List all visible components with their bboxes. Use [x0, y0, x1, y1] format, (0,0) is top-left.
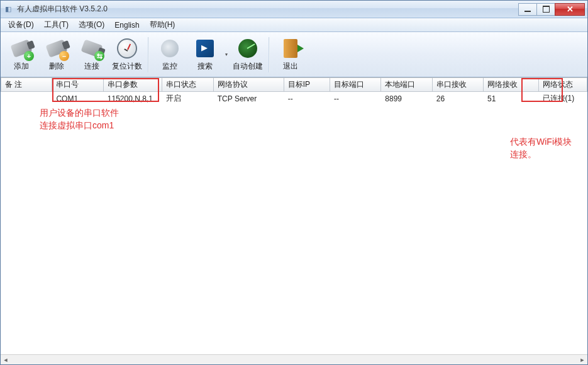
col-net-state[interactable]: 网络状态 — [538, 78, 587, 92]
menu-options[interactable]: 选项(O) — [74, 18, 109, 31]
cell-net-rx: 51 — [484, 92, 539, 106]
toolbar: + 添加 – 删除 ⇆ 连接 复位计数 监控 搜索 ▾ 自动创建 — [1, 32, 587, 77]
reset-counter-icon — [116, 37, 138, 60]
close-button[interactable] — [555, 3, 585, 16]
menu-help[interactable]: 帮助(H) — [145, 18, 180, 31]
monitor-label: 监控 — [162, 61, 177, 72]
scroll-left-arrow-icon[interactable]: ◄ — [1, 356, 11, 364]
col-local-port[interactable]: 本地端口 — [381, 78, 432, 92]
col-target-port[interactable]: 目标端口 — [330, 78, 380, 92]
annotation-right-line2: 连接。 — [510, 149, 572, 161]
search-label: 搜索 — [197, 61, 213, 72]
col-params[interactable]: 串口参数 — [103, 78, 162, 92]
scroll-right-arrow-icon[interactable]: ► — [577, 356, 587, 364]
table-header-row: 备 注 串口号 串口参数 串口状态 网络协议 目标IP 目标端口 本地端口 串口… — [1, 78, 587, 92]
reset-counter-label: 复位计数 — [112, 61, 142, 72]
connect-label: 连接 — [84, 61, 99, 72]
device-table: 备 注 串口号 串口参数 串口状态 网络协议 目标IP 目标端口 本地端口 串口… — [1, 78, 587, 105]
plug-remove-icon: – — [45, 37, 68, 60]
annotation-right-line1: 代表有WiFi模块 — [510, 136, 572, 149]
annotation-left-line1: 用户设备的串口软件 — [40, 107, 119, 120]
col-port-state[interactable]: 串口状态 — [162, 78, 213, 92]
menubar: 设备(D) 工具(T) 选项(O) English 帮助(H) — [1, 18, 587, 32]
cell-remark — [1, 92, 52, 106]
plug-add-icon: + — [10, 37, 33, 60]
app-window: ◧ 有人虚拟串口软件 V3.5.2.0 设备(D) 工具(T) 选项(O) En… — [0, 0, 588, 365]
connect-button[interactable]: ⇆ 连接 — [75, 35, 109, 74]
scroll-track[interactable] — [11, 356, 577, 364]
cell-port-state: 开启 — [162, 92, 213, 106]
auto-create-icon — [236, 37, 259, 60]
app-icon: ◧ — [3, 4, 13, 14]
monitor-button[interactable]: 监控 — [153, 35, 187, 74]
cell-params: 115200,N,8,1 — [103, 92, 162, 106]
horizontal-scrollbar[interactable]: ◄ ► — [1, 354, 587, 364]
device-table-area: 备 注 串口号 串口参数 串口状态 网络协议 目标IP 目标端口 本地端口 串口… — [1, 77, 587, 354]
cell-net-state: 已连接(1) — [538, 92, 587, 106]
col-port[interactable]: 串口号 — [52, 78, 103, 92]
window-title: 有人虚拟串口软件 V3.5.2.0 — [17, 4, 519, 14]
col-serial-rx[interactable]: 串口接收 — [432, 78, 483, 92]
search-icon — [194, 37, 216, 60]
col-remark[interactable]: 备 注 — [1, 78, 52, 92]
minimize-button[interactable] — [518, 3, 537, 16]
search-dropdown-arrow-icon[interactable]: ▾ — [223, 35, 230, 74]
toolbar-separator — [148, 37, 149, 72]
add-button[interactable]: + 添加 — [4, 35, 38, 74]
menu-language[interactable]: English — [109, 20, 144, 31]
col-net-rx[interactable]: 网络接收 — [484, 78, 539, 92]
search-button[interactable]: 搜索 — [188, 35, 222, 74]
col-protocol[interactable]: 网络协议 — [213, 78, 284, 92]
exit-icon — [279, 37, 302, 60]
reset-counter-button[interactable]: 复位计数 — [110, 35, 144, 74]
delete-label: 删除 — [49, 61, 64, 72]
auto-create-label: 自动创建 — [233, 61, 263, 72]
col-target-ip[interactable]: 目标IP — [284, 78, 330, 92]
cell-serial-rx: 26 — [432, 92, 483, 106]
cell-target-ip: -- — [284, 92, 330, 106]
annotation-left-line2: 连接虚拟串口com1 — [40, 120, 119, 132]
menu-device[interactable]: 设备(D) — [3, 18, 39, 31]
cell-port: COM1 — [52, 92, 103, 106]
annotation-text-left: 用户设备的串口软件 连接虚拟串口com1 — [40, 107, 119, 132]
auto-create-button[interactable]: 自动创建 — [231, 35, 265, 74]
connect-icon: ⇆ — [80, 37, 103, 60]
cell-protocol: TCP Server — [213, 92, 284, 106]
delete-button[interactable]: – 删除 — [40, 35, 74, 74]
add-label: 添加 — [14, 61, 29, 72]
cell-local-port: 8899 — [381, 92, 432, 106]
menu-tools[interactable]: 工具(T) — [39, 18, 74, 31]
exit-button[interactable]: 退出 — [274, 35, 308, 74]
exit-label: 退出 — [283, 61, 298, 72]
maximize-button[interactable] — [536, 3, 555, 16]
annotation-text-right: 代表有WiFi模块 连接。 — [510, 136, 572, 160]
monitor-icon — [158, 37, 181, 60]
cell-target-port: -- — [330, 92, 380, 106]
titlebar: ◧ 有人虚拟串口软件 V3.5.2.0 — [1, 1, 587, 18]
toolbar-separator — [269, 37, 270, 72]
table-row[interactable]: COM1 115200,N,8,1 开启 TCP Server -- -- 88… — [1, 92, 587, 106]
window-controls — [519, 3, 585, 16]
